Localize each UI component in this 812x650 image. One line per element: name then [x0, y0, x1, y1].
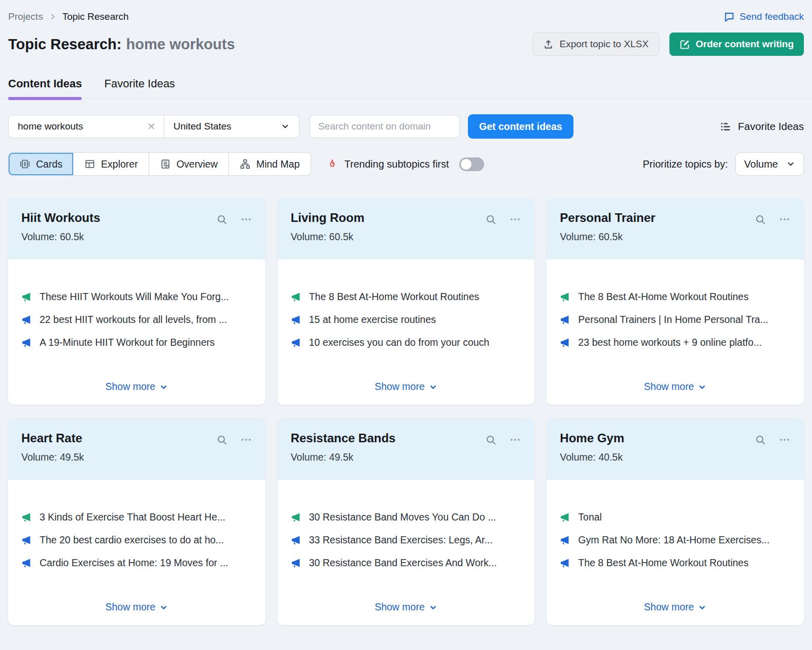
headline-item[interactable]: A 19-Minute HIIT Workout for Beginners	[21, 334, 252, 350]
send-feedback-link[interactable]: Send feedback	[724, 11, 804, 22]
headline-text: The 8 Best At-Home Workout Routines	[578, 557, 749, 569]
topic-card-volume: Volume: 60.5k	[560, 231, 791, 243]
megaphone-icon	[560, 291, 570, 302]
headline-text: Cardio Exercises at Home: 19 Moves for .…	[40, 557, 228, 569]
show-more-button[interactable]: Show more	[375, 601, 437, 625]
view-mindmap-button[interactable]: Mind Map	[229, 153, 311, 175]
breadcrumb-projects[interactable]: Projects	[8, 11, 43, 22]
search-icon[interactable]	[755, 214, 766, 225]
headline-item[interactable]: Cardio Exercises at Home: 19 Moves for .…	[21, 555, 252, 571]
view-switcher: Cards Explorer Overview Mind Map	[8, 152, 311, 176]
megaphone-icon	[291, 535, 301, 545]
topic-card: Hiit Workouts Volume: 60.5k These HIIT W…	[8, 198, 265, 405]
headline-item[interactable]: 15 at home exercise routines	[291, 311, 522, 328]
clear-query-icon[interactable]: ✕	[143, 120, 156, 133]
more-options-icon[interactable]	[509, 434, 521, 446]
topic-card-body: 30 Resistance Band Moves You Can Do ... …	[278, 480, 535, 625]
headline-item[interactable]: 22 best HIIT workouts for all levels, fr…	[21, 311, 252, 328]
topic-card-volume: Volume: 49.5k	[21, 451, 252, 463]
headline-item[interactable]: Tonal	[560, 509, 791, 525]
headline-item[interactable]: The 8 Best At-Home Workout Routines	[291, 288, 522, 305]
view-explorer-button[interactable]: Explorer	[74, 153, 149, 175]
show-more-label: Show more	[375, 381, 425, 393]
show-more-button[interactable]: Show more	[644, 381, 707, 405]
topic-card-title: Living Room	[291, 211, 364, 225]
search-icon[interactable]	[216, 214, 228, 225]
more-options-icon[interactable]	[779, 434, 791, 446]
title-actions: Export topic to XLSX Order content writi…	[532, 32, 804, 56]
view-cards-label: Cards	[36, 158, 62, 170]
more-options-icon[interactable]	[240, 213, 252, 225]
topic-query-group: ✕ United States	[8, 115, 299, 138]
favorite-ideas-label: Favorite Ideas	[738, 120, 804, 133]
search-icon[interactable]	[485, 214, 497, 225]
chevron-down-icon	[698, 603, 706, 612]
prioritize-select[interactable]: Volume	[735, 152, 804, 176]
export-xlsx-button[interactable]: Export topic to XLSX	[532, 32, 659, 56]
headline-item[interactable]: These HIIT Workouts Will Make You Forg..…	[21, 288, 252, 305]
show-more-button[interactable]: Show more	[644, 601, 707, 625]
topic-card: Living Room Volume: 60.5k The 8 Best At-…	[278, 198, 535, 405]
topic-card-header: Home Gym Volume: 40.5k	[547, 418, 804, 480]
megaphone-icon	[291, 512, 301, 523]
show-more-button[interactable]: Show more	[106, 381, 168, 405]
topic-card-title: Home Gym	[560, 431, 624, 445]
topic-card-title: Hiit Workouts	[21, 211, 100, 225]
headline-item[interactable]: 30 Resistance Band Moves You Can Do ...	[291, 509, 522, 525]
headline-item[interactable]: 33 Resistance Band Exercises: Legs, Ar..…	[291, 532, 522, 548]
more-options-icon[interactable]	[240, 434, 252, 446]
get-content-ideas-button[interactable]: Get content ideas	[468, 114, 573, 139]
headline-item[interactable]: 23 best home workouts + 9 online platfo.…	[560, 334, 791, 350]
more-options-icon[interactable]	[509, 213, 521, 225]
feedback-bubble-icon	[724, 11, 735, 22]
tab-favorite-ideas[interactable]: Favorite Ideas	[104, 77, 175, 99]
view-overview-button[interactable]: Overview	[149, 153, 229, 175]
topic-card-header: Resistance Bands Volume: 49.5k	[278, 418, 535, 480]
topic-card-body: The 8 Best At-Home Workout Routines Pers…	[547, 259, 804, 405]
show-more-button[interactable]: Show more	[375, 381, 437, 405]
topic-card-header: Living Room Volume: 60.5k	[278, 198, 535, 259]
order-content-writing-button[interactable]: Order content writing	[669, 32, 804, 56]
topic-card-title: Resistance Bands	[291, 431, 396, 445]
search-icon[interactable]	[755, 434, 766, 446]
trending-toggle[interactable]	[459, 157, 484, 171]
chevron-down-icon	[159, 603, 168, 612]
search-row: ✕ United States Get content ideas Favori…	[8, 114, 804, 139]
view-overview-label: Overview	[177, 158, 218, 170]
headline-text: The 20 best cardio exercises to do at ho…	[40, 534, 224, 546]
search-icon[interactable]	[485, 434, 497, 446]
show-more-button[interactable]: Show more	[106, 601, 168, 625]
megaphone-icon	[291, 558, 301, 568]
headline-item[interactable]: The 20 best cardio exercises to do at ho…	[21, 532, 252, 548]
domain-search-input[interactable]	[310, 115, 460, 138]
headline-item[interactable]: The 8 Best At-Home Workout Routines	[560, 555, 791, 571]
megaphone-icon	[291, 291, 301, 302]
topic-card: Personal Trainer Volume: 60.5k The 8 Bes…	[547, 198, 804, 405]
show-more-label: Show more	[106, 601, 156, 613]
headline-item[interactable]: Gym Rat No More: 18 At-Home Exercises...	[560, 532, 791, 548]
prioritize-select-value: Volume	[744, 158, 778, 170]
view-cards-button[interactable]: Cards	[9, 153, 74, 175]
prioritize-label: Prioritize topics by:	[642, 158, 728, 170]
megaphone-icon	[291, 314, 301, 325]
topic-card-header: Personal Trainer Volume: 60.5k	[547, 198, 804, 259]
headline-item[interactable]: 10 exercises you can do from your couch	[291, 334, 522, 350]
tab-content-ideas[interactable]: Content Ideas	[8, 77, 82, 99]
topic-query-field: ✕	[9, 115, 164, 138]
search-icon[interactable]	[216, 434, 228, 446]
topic-card-header: Hiit Workouts Volume: 60.5k	[8, 198, 265, 259]
chevron-down-icon	[786, 159, 795, 169]
headline-item[interactable]: The 8 Best At-Home Workout Routines	[560, 288, 791, 305]
headline-item[interactable]: 3 Kinds of Exercise That Boost Heart He.…	[21, 509, 252, 525]
headline-item[interactable]: 30 Resistance Band Exercises And Work...	[291, 555, 522, 571]
country-select[interactable]: United States	[164, 115, 299, 138]
mindmap-view-icon	[240, 158, 251, 170]
topic-card-volume: Volume: 60.5k	[21, 231, 252, 243]
topic-query-input[interactable]	[17, 120, 143, 133]
view-explorer-label: Explorer	[101, 158, 138, 170]
headline-item[interactable]: Personal Trainers | In Home Personal Tra…	[560, 311, 791, 328]
megaphone-icon	[560, 558, 570, 568]
megaphone-icon	[21, 535, 32, 545]
more-options-icon[interactable]	[779, 213, 791, 225]
favorite-ideas-link[interactable]: Favorite Ideas	[720, 120, 804, 133]
